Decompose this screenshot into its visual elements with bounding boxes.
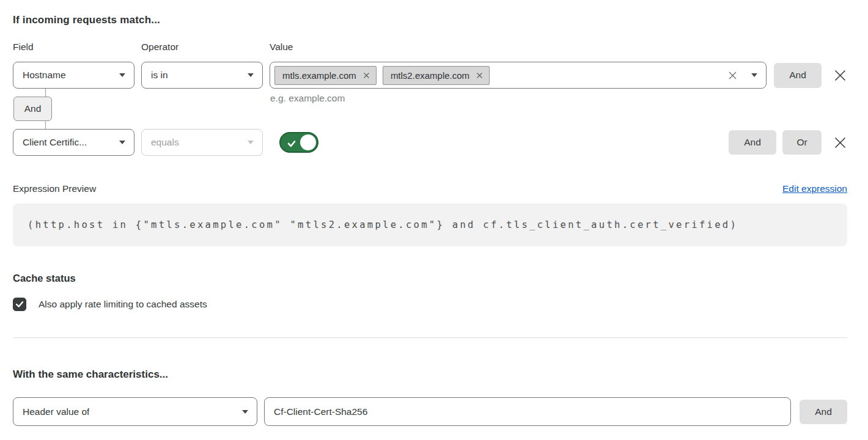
edit-expression-link[interactable]: Edit expression [782,183,847,194]
clear-values-icon[interactable] [728,71,737,80]
rule-row-2: Client Certific... equals And Or [13,129,847,156]
value-tag-label: mtls.example.com [282,70,356,81]
field-column-label: Field [13,42,141,53]
add-or-condition-button-row2[interactable]: Or [782,130,822,155]
section-title-incoming-requests: If incoming requests match... [13,14,847,26]
value-tag-label: mtls2.example.com [391,70,469,81]
characteristic-select-value: Header value of [23,406,89,417]
add-and-condition-button-row2[interactable]: And [729,130,776,155]
rule-row-1: Hostname is in mtls.example.com mtls2.ex… [13,62,847,89]
remove-tag-icon[interactable] [476,72,483,79]
expression-code: (http.host in {"mtls.example.com" "mtls2… [28,219,738,230]
field-select-row2[interactable]: Client Certific... [13,129,134,156]
operator-column-label: Operator [141,42,270,53]
section-divider [13,337,847,338]
chevron-down-icon [242,410,248,414]
field-select-row1[interactable]: Hostname [13,62,134,89]
value-tag: mtls2.example.com [383,66,490,85]
checkmark-icon [287,139,296,150]
cache-checkbox-row: Also apply rate limiting to cached asset… [13,298,847,311]
cached-assets-checkbox-label: Also apply rate limiting to cached asset… [39,299,207,310]
add-and-condition-button-row1[interactable]: And [774,63,822,88]
expression-preview-label: Expression Preview [13,183,96,194]
row2-actions: And Or [729,130,847,155]
operator-select-value: is in [151,70,168,81]
connector-and-button[interactable]: And [13,97,52,121]
expression-preview-header: Expression Preview Edit expression [13,183,847,194]
connector-line [45,120,46,129]
chevron-down-icon [248,73,254,77]
remove-tag-icon[interactable] [363,72,370,79]
boolean-value-toggle[interactable] [279,132,318,153]
column-labels: Field Operator Value [13,42,847,53]
add-characteristic-button[interactable]: And [800,400,847,424]
characteristics-title: With the same characteristics... [13,369,847,381]
delete-row-icon[interactable] [833,135,847,150]
chevron-down-icon[interactable] [751,73,757,77]
characteristic-select[interactable]: Header value of [13,397,257,426]
operator-select-row1[interactable]: is in [141,62,263,89]
header-name-input[interactable] [264,397,791,426]
toggle-knob [300,134,316,150]
chevron-down-icon [248,141,254,144]
expression-code-block: (http.host in {"mtls.example.com" "mtls2… [13,204,847,246]
field-select-value: Hostname [23,70,66,81]
rate-limiting-rule-form: If incoming requests match... Field Oper… [0,0,868,426]
delete-row-icon[interactable] [833,68,847,82]
value-column-row1: mtls.example.com mtls2.example.com [270,62,767,89]
value-multiselect-row1[interactable]: mtls.example.com mtls2.example.com [270,62,767,89]
value-column-label: Value [270,42,293,53]
connector-line [45,89,46,97]
chevron-down-icon [119,141,125,144]
cache-status-title: Cache status [13,273,847,284]
chevron-down-icon [119,73,125,77]
cached-assets-checkbox[interactable] [13,298,26,311]
operator-select-value: equals [151,137,179,148]
row-connector: And [13,89,847,129]
operator-select-row2-disabled: equals [141,129,263,156]
value-box-controls [728,71,757,80]
characteristics-row: Header value of And [13,397,847,426]
field-select-value: Client Certific... [23,137,87,148]
value-tag: mtls.example.com [274,66,377,85]
